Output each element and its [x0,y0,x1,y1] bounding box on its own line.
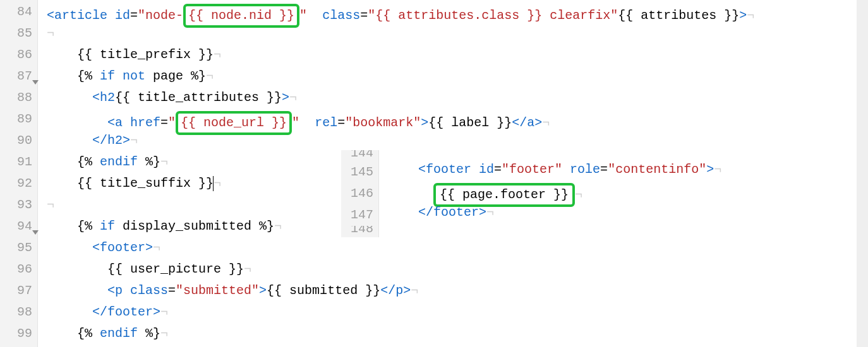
line-number: 86 [0,44,37,66]
code-line[interactable]: {{ user_picture }}¬ [38,259,868,280]
line-number: 96 [0,259,37,280]
line-number: 98 [0,302,37,323]
code-line[interactable]: ¬ [38,23,868,44]
line-number: 97 [0,280,37,302]
line-number: 85 [0,23,37,44]
line-number: 91 [0,151,37,173]
line-number: 147 [341,204,378,226]
code-line[interactable] [388,150,721,162]
line-number: 90 [0,130,37,151]
code-line[interactable]: <footer id="footer" role="contentinfo">¬ [388,162,721,183]
line-gutter: 84 85 86 87 88 89 90 91 92 93 94 95 96 9… [0,0,38,347]
code-line[interactable]: <h2{{ title_attributes }}>¬ [38,87,868,109]
code-line[interactable]: {{ title_prefix }}¬ [38,44,868,66]
line-number: 93 [0,194,37,216]
line-number: 145 [341,162,378,183]
code-line[interactable]: <p class="submitted">{{ submitted }}</p>… [38,280,868,302]
code-line[interactable]: {{ page.footer }}¬ [388,183,721,204]
line-number: 94 [0,216,37,237]
code-line[interactable]: </footer>¬ [388,204,721,226]
code-line[interactable]: <article id="node-{{ node.nid }}" class=… [38,1,868,23]
line-number: 92 [0,173,37,194]
code-line[interactable]: {% endif %}¬ [38,323,868,344]
snippet-gutter: 144 145 146 147 148 [341,150,379,237]
line-number: 88 [0,87,37,109]
line-number: 87 [0,66,37,87]
code-line[interactable] [388,226,721,237]
highlight-page-footer: {{ page.footer }} [433,183,575,207]
line-number: 148 [341,226,378,237]
line-number: 95 [0,237,37,259]
code-line[interactable]: <a href="{{ node_url }}" rel="bookmark">… [38,109,868,130]
code-line[interactable]: </footer>¬ [38,302,868,323]
line-number: 84 [0,1,37,23]
code-snippet-overlay: 144 145 146 147 148 <footer id="footer" … [341,150,721,237]
code-line[interactable]: <footer>¬ [38,237,868,259]
vertical-scrollbar[interactable] [857,0,868,347]
snippet-code[interactable]: <footer id="footer" role="contentinfo">¬… [379,150,721,237]
code-line[interactable]: {% if not page %}¬ [38,66,868,87]
line-number: 146 [341,183,378,204]
code-line[interactable]: </h2>¬ [38,130,868,151]
line-number: 144 [341,150,378,162]
line-number: 89 [0,109,37,130]
line-number: 99 [0,323,37,344]
